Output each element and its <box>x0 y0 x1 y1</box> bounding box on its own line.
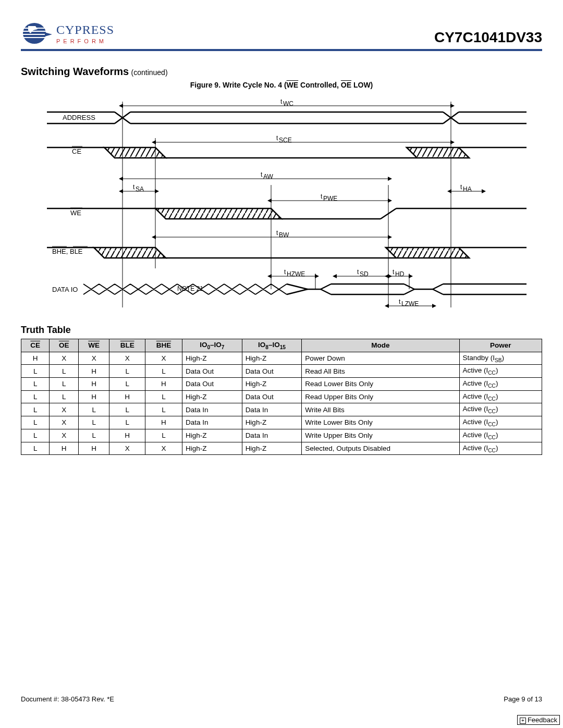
svg-text:LZWE: LZWE <box>401 300 419 307</box>
part-number: CY7C1041DV33 <box>434 29 542 46</box>
table-row: LHHXXHigh-ZHigh-ZSelected, Outputs Disab… <box>21 442 542 455</box>
feedback-button[interactable]: +Feedback <box>517 715 560 725</box>
cell-we: H <box>79 390 109 403</box>
table-row: LXLHLHigh-ZData InWrite Upper Bits OnlyA… <box>21 429 542 442</box>
cell-power: Active (ICC) <box>459 390 542 403</box>
table-row: LLHLHData OutHigh-ZRead Lower Bits OnlyA… <box>21 378 542 391</box>
svg-text:t: t <box>357 268 359 276</box>
figure-caption-we: WE <box>287 81 299 89</box>
cell-power: Standby (ISB) <box>459 352 542 365</box>
svg-text:t: t <box>393 268 395 276</box>
cell-power: Active (ICC) <box>459 403 542 416</box>
figure-caption-mid: Controlled, <box>298 81 341 89</box>
cell-ble: L <box>109 378 145 391</box>
cell-io815: High-Z <box>242 378 302 391</box>
cell-oe: X <box>50 416 79 429</box>
cell-io815: Data In <box>242 403 302 416</box>
svg-rect-4 <box>23 37 46 38</box>
cell-we: H <box>79 442 109 455</box>
cell-ble: L <box>109 365 145 378</box>
cell-mode: Read Lower Bits Only <box>302 378 459 391</box>
cell-oe: X <box>50 429 79 442</box>
svg-text:SCE: SCE <box>279 137 292 144</box>
svg-text:t: t <box>399 298 401 305</box>
company-name: CYPRESS <box>56 23 114 37</box>
table-row: LXLLLData InData InWrite All BitsActive … <box>21 403 542 416</box>
figure-caption-prefix: Figure 9. Write Cycle No. 4 ( <box>190 81 287 89</box>
cell-io07: High-Z <box>182 429 242 442</box>
svg-text:t: t <box>261 171 263 178</box>
cell-io815: Data In <box>242 429 302 442</box>
cell-power: Active (ICC) <box>459 416 542 429</box>
cell-ble: X <box>109 442 145 455</box>
th-ce: CE <box>21 339 50 352</box>
th-bhe: BHE <box>145 339 182 352</box>
th-mode: Mode <box>302 339 459 352</box>
svg-text:t: t <box>276 229 278 237</box>
document-number: Document #: 38-05473 Rev. *E <box>21 695 114 703</box>
cell-ce: L <box>21 378 50 391</box>
section-heading: Switching Waveforms (continued) <box>21 66 542 78</box>
svg-text:ADDRESS: ADDRESS <box>63 114 95 121</box>
cell-oe: X <box>50 352 79 365</box>
cell-ble: H <box>109 390 145 403</box>
svg-text:t: t <box>280 98 283 105</box>
th-power: Power <box>459 339 542 352</box>
page-header: CYPRESS PERFORM CY7C1041DV33 <box>21 21 542 51</box>
logo-text: CYPRESS PERFORM <box>56 23 114 44</box>
svg-text:HA: HA <box>463 186 472 193</box>
svg-text:BW: BW <box>279 231 289 239</box>
cell-ce: L <box>21 390 50 403</box>
cell-ce: L <box>21 442 50 455</box>
company-logo: CYPRESS PERFORM <box>21 21 114 46</box>
svg-line-76 <box>321 284 331 289</box>
cell-ce: L <box>21 403 50 416</box>
cell-io07: High-Z <box>182 352 242 365</box>
truth-table-title: Truth Table <box>21 325 542 336</box>
svg-text:SD: SD <box>360 270 369 278</box>
section-continued: (continued) <box>131 68 168 77</box>
cell-io07: High-Z <box>182 390 242 403</box>
svg-text:WE: WE <box>70 209 81 217</box>
svg-text:HD: HD <box>395 270 405 278</box>
cell-ble: L <box>109 416 145 429</box>
company-tagline: PERFORM <box>56 38 114 44</box>
feedback-label: Feedback <box>528 716 557 724</box>
cell-ble: L <box>109 403 145 416</box>
table-row: HXXXXHigh-ZHigh-ZPower DownStandby (ISB) <box>21 352 542 365</box>
th-io07: IO0–IO7 <box>182 339 242 352</box>
svg-text:AW: AW <box>263 173 274 180</box>
svg-text:SA: SA <box>136 186 144 193</box>
figure-caption-oe: OE <box>341 81 351 89</box>
cell-bhe: L <box>145 403 182 416</box>
cell-oe: L <box>50 378 79 391</box>
svg-text:DATA IO: DATA IO <box>52 286 78 293</box>
cell-power: Active (ICC) <box>459 378 542 391</box>
cell-io815: Data Out <box>242 365 302 378</box>
cell-bhe: L <box>145 390 182 403</box>
svg-line-83 <box>433 284 443 289</box>
svg-text:t: t <box>460 183 462 191</box>
section-title: Switching Waveforms <box>21 66 129 77</box>
svg-text:t: t <box>276 134 278 142</box>
cell-bhe: L <box>145 365 182 378</box>
cell-we: L <box>79 429 109 442</box>
cell-ble: X <box>109 352 145 365</box>
cell-we: H <box>79 365 109 378</box>
svg-rect-3 <box>23 34 46 35</box>
plus-icon: + <box>520 718 526 724</box>
cell-io815: High-Z <box>242 416 302 429</box>
svg-text:HZWE: HZWE <box>287 270 305 278</box>
cell-we: L <box>79 403 109 416</box>
svg-line-84 <box>433 289 443 294</box>
svg-line-77 <box>321 289 331 294</box>
cell-bhe: H <box>145 416 182 429</box>
cell-power: Active (ICC) <box>459 365 542 378</box>
table-row: LXLLHData InHigh-ZWrite Lower Bits OnlyA… <box>21 416 542 429</box>
th-ble: BLE <box>109 339 145 352</box>
cell-io07: Data In <box>182 416 242 429</box>
th-we: WE <box>79 339 109 352</box>
svg-text:t: t <box>321 193 323 200</box>
svg-text:BHE, BLE: BHE, BLE <box>52 248 83 255</box>
truth-table: CE OE WE BLE BHE IO0–IO7 IO8–IO15 Mode P… <box>21 339 542 455</box>
